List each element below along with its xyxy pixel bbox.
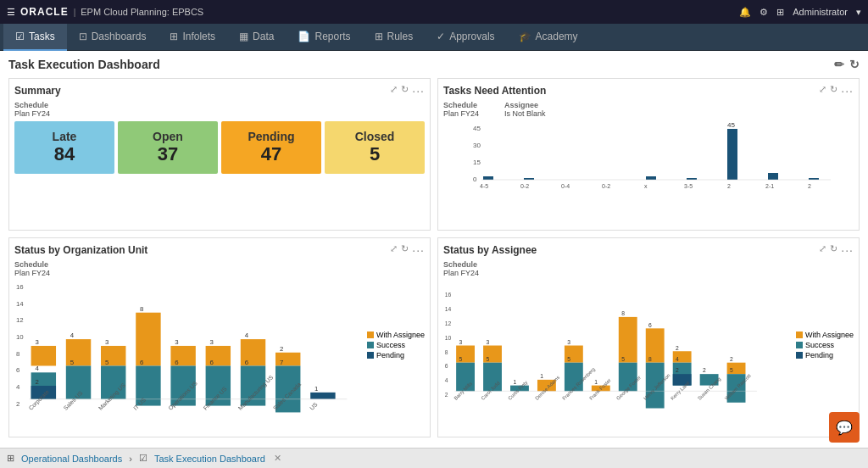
status-pending: Pending 47 <box>221 121 321 174</box>
legend-success: Success <box>367 341 425 349</box>
legend-with-assignee: With Assignee <box>367 331 425 339</box>
legend-assignee-pending-label: Pending <box>805 351 833 359</box>
tab-infolets[interactable]: ⊞ Infolets <box>158 24 227 51</box>
svg-rect-32 <box>31 346 56 366</box>
expand-icon[interactable]: ⤢ <box>390 84 398 98</box>
refresh-icon-summary[interactable]: ↻ <box>401 84 409 98</box>
more-options-tasks[interactable]: ··· <box>841 84 854 98</box>
footer-active-tab[interactable]: Task Execution Dashboard <box>154 454 265 464</box>
legend-assignee-with-assignee: With Assignee <box>796 331 854 339</box>
top-bar-right: 🔔 ⚙ ⊞ Administrator ▾ <box>739 7 861 18</box>
svg-text:16: 16 <box>16 283 24 291</box>
tasks-assignee-value: Is Not Blank <box>504 109 546 118</box>
more-options-org[interactable]: ··· <box>412 243 425 257</box>
tasks-icon: ☑ <box>15 31 25 42</box>
svg-rect-10 <box>727 129 737 180</box>
svg-text:2: 2 <box>36 378 39 386</box>
svg-text:5: 5 <box>486 356 489 362</box>
dashboard-grid: Summary ⤢ ↻ ··· Schedule Plan FY24 Late … <box>8 78 860 437</box>
tab-tasks[interactable]: ☑ Tasks <box>3 24 67 51</box>
tasks-attention-header: Tasks Need Attention ⤢ ↻ ··· <box>443 84 854 98</box>
svg-text:30: 30 <box>473 142 481 149</box>
edit-icon[interactable]: ✏ <box>834 58 844 71</box>
svg-text:3: 3 <box>210 338 214 346</box>
more-options-summary[interactable]: ··· <box>412 84 425 98</box>
footer-close-tab[interactable]: ✕ <box>274 453 281 464</box>
tasks-schedule-label: Schedule <box>443 101 479 109</box>
settings-icon[interactable]: ⚙ <box>760 7 768 18</box>
hamburger-icon[interactable]: ☰ <box>7 7 15 18</box>
svg-text:2: 2 <box>808 183 811 189</box>
svg-text:2: 2 <box>445 392 448 398</box>
svg-text:2-1: 2-1 <box>765 183 774 189</box>
svg-text:5: 5 <box>567 356 570 362</box>
tab-data[interactable]: ▦ Data <box>227 24 286 51</box>
oracle-logo: ORACLE <box>20 6 69 18</box>
svg-rect-66 <box>310 393 335 399</box>
svg-text:6: 6 <box>245 359 249 366</box>
svg-text:2: 2 <box>727 183 731 189</box>
svg-text:2: 2 <box>280 345 283 353</box>
svg-text:8: 8 <box>445 349 448 355</box>
legend-success-label: Success <box>376 341 405 349</box>
svg-text:5: 5 <box>459 356 462 362</box>
legend-assignee-success: Success <box>796 341 854 349</box>
svg-text:0: 0 <box>473 176 477 183</box>
svg-text:3: 3 <box>105 338 109 346</box>
assignee-schedule-value: Plan FY24 <box>443 269 854 277</box>
bell-icon[interactable]: 🔔 <box>739 7 751 18</box>
svg-text:12: 12 <box>445 320 452 326</box>
dashboards-icon: ⊡ <box>79 31 87 42</box>
svg-text:4-5: 4-5 <box>480 183 488 189</box>
refresh-icon-assignee[interactable]: ↻ <box>830 243 837 257</box>
refresh-icon-org[interactable]: ↻ <box>401 243 409 257</box>
tasks-attention-chart: 45 30 15 0 45 <box>443 124 854 200</box>
svg-text:45: 45 <box>727 121 735 129</box>
svg-text:15: 15 <box>473 159 481 166</box>
grid-icon[interactable]: ⊞ <box>776 7 784 18</box>
legend-assignee-with-label: With Assignee <box>805 331 854 339</box>
tab-approvals[interactable]: ✓ Approvals <box>425 24 506 51</box>
svg-rect-12 <box>768 173 778 180</box>
summary-schedule-label: Schedule <box>14 101 425 109</box>
status-pending-value: 47 <box>261 143 281 165</box>
tab-academy[interactable]: 🎓 Academy <box>507 24 590 51</box>
expand-icon-tasks[interactable]: ⤢ <box>819 84 826 98</box>
status-closed-label: Closed <box>355 130 395 143</box>
tab-rules[interactable]: ⊞ Rules <box>363 24 426 51</box>
org-schedule-label: Schedule <box>14 260 425 269</box>
footer-operational-link[interactable]: Operational Dashboards <box>21 454 122 464</box>
svg-text:4: 4 <box>245 332 249 339</box>
status-org-header: Status by Organization Unit ⤢ ↻ ··· <box>14 243 425 257</box>
svg-text:5: 5 <box>70 359 75 366</box>
svg-text:US: US <box>309 401 319 411</box>
svg-rect-5 <box>524 178 534 180</box>
legend-assignee-success-dot <box>796 342 803 348</box>
org-bar-chart: 16 14 12 10 8 6 4 2 3 4 2 <box>14 280 364 407</box>
refresh-icon-tasks[interactable]: ↻ <box>830 84 837 98</box>
chat-button[interactable]: 💬 <box>829 412 860 443</box>
tasks-assignee-label: Assignee <box>504 101 546 109</box>
svg-text:6: 6 <box>140 359 144 366</box>
refresh-icon[interactable]: ↻ <box>849 58 860 71</box>
legend-with-assignee-dot <box>367 332 374 338</box>
more-options-assignee[interactable]: ··· <box>841 243 854 257</box>
summary-schedule-value: Plan FY24 <box>14 109 425 118</box>
approvals-icon: ✓ <box>437 31 445 42</box>
admin-label[interactable]: Administrator <box>793 7 848 17</box>
summary-panel-title: Summary <box>14 85 61 97</box>
svg-text:14: 14 <box>445 306 452 312</box>
expand-icon-assignee[interactable]: ⤢ <box>819 243 826 257</box>
expand-icon-org[interactable]: ⤢ <box>390 243 398 257</box>
tab-reports[interactable]: 📄 Reports <box>286 24 362 51</box>
top-bar-left: ☰ ORACLE | EPM Cloud Planning: EPBCS <box>7 6 203 18</box>
legend-assignee-pending: Pending <box>796 351 854 359</box>
dropdown-icon: ▾ <box>856 7 861 18</box>
footer: ⊞ Operational Dashboards › ☑ Task Execut… <box>0 448 868 468</box>
svg-text:3: 3 <box>36 338 40 346</box>
status-late-value: 84 <box>54 143 75 165</box>
svg-text:6: 6 <box>210 359 214 366</box>
status-assignee-panel: Status by Assignee ⤢ ↻ ··· Schedule Plan… <box>437 237 860 437</box>
legend-assignee-success-label: Success <box>805 341 834 349</box>
tab-dashboards[interactable]: ⊡ Dashboards <box>67 24 159 51</box>
